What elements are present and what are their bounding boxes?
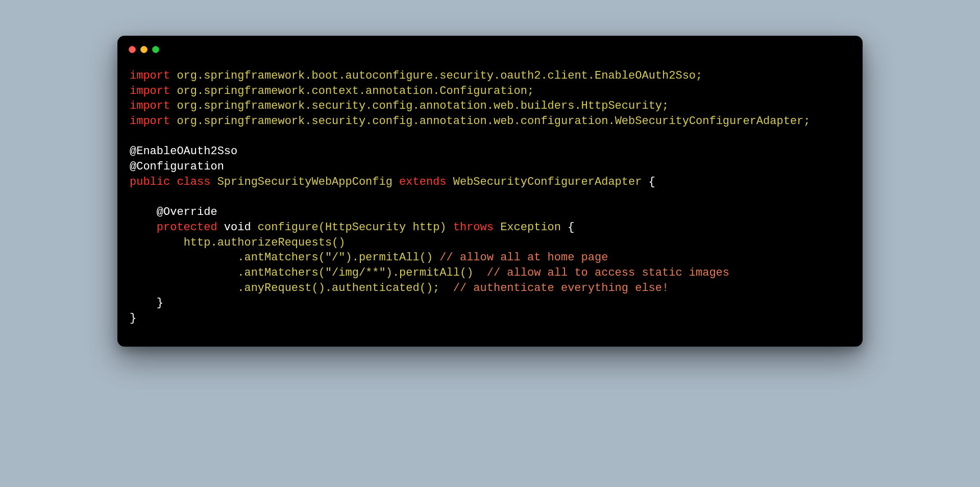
code-token: . bbox=[305, 115, 311, 128]
code-token bbox=[130, 206, 157, 218]
code-token bbox=[130, 236, 184, 249]
code-token: . bbox=[359, 85, 365, 98]
code-token: anyRequest bbox=[244, 282, 311, 295]
code-token: . bbox=[393, 266, 399, 279]
code-token: ) bbox=[439, 221, 446, 234]
code-token bbox=[251, 221, 258, 234]
code-token: antMatchers bbox=[244, 266, 318, 279]
code-token: WebSecurityConfigurerAdapter bbox=[453, 176, 642, 188]
code-token: ; bbox=[696, 69, 702, 82]
code-token bbox=[210, 176, 217, 188]
code-token: @Configuration bbox=[130, 160, 224, 173]
code-token: org bbox=[177, 100, 197, 112]
code-token: WebSecurityConfigurerAdapter bbox=[615, 115, 804, 128]
code-token bbox=[130, 266, 237, 279]
code-window: import org.springframework.boot.autoconf… bbox=[117, 36, 863, 347]
code-token: . bbox=[197, 115, 204, 128]
code-token: . bbox=[514, 115, 521, 128]
minimize-icon[interactable] bbox=[140, 46, 148, 53]
code-token: import bbox=[130, 100, 170, 112]
code-token: springframework bbox=[204, 69, 305, 82]
close-icon[interactable] bbox=[129, 46, 136, 53]
code-block: import org.springframework.boot.autoconf… bbox=[117, 57, 863, 347]
code-token: Configuration bbox=[439, 85, 527, 98]
code-token bbox=[170, 85, 177, 98]
code-token: ; bbox=[527, 85, 534, 98]
code-token: public bbox=[130, 176, 170, 188]
code-token: web bbox=[494, 100, 514, 112]
code-token: ; bbox=[662, 100, 669, 112]
code-token: org bbox=[177, 115, 197, 128]
code-token: @EnableOAuth2Sso bbox=[130, 145, 237, 158]
code-token: context bbox=[311, 85, 358, 98]
code-token: . bbox=[305, 100, 311, 112]
code-token: config bbox=[372, 100, 412, 112]
code-token: springframework bbox=[204, 85, 305, 98]
code-token: permitAll bbox=[399, 266, 460, 279]
code-token bbox=[130, 221, 157, 234]
code-token: . bbox=[433, 85, 439, 98]
code-token: () bbox=[420, 251, 433, 264]
code-token: . bbox=[487, 115, 494, 128]
code-token: // allow all to access static images bbox=[487, 266, 729, 279]
code-token: web bbox=[494, 115, 514, 128]
code-token: . bbox=[413, 115, 420, 128]
code-token: http bbox=[184, 236, 211, 249]
code-token: security bbox=[311, 115, 365, 128]
code-token: . bbox=[305, 85, 311, 98]
code-token bbox=[561, 221, 568, 234]
code-token: . bbox=[608, 115, 615, 128]
code-token: autoconfigure bbox=[346, 69, 433, 82]
code-token bbox=[447, 221, 453, 234]
code-token: http bbox=[413, 221, 440, 234]
code-token: oauth2 bbox=[500, 69, 541, 82]
code-token: "/" bbox=[325, 251, 346, 264]
code-token bbox=[170, 176, 177, 188]
code-token: ( bbox=[318, 221, 325, 234]
code-token: permitAll bbox=[359, 251, 420, 264]
code-token: . bbox=[352, 251, 359, 264]
code-token: HttpSecurity bbox=[325, 221, 406, 234]
code-token: () bbox=[460, 266, 473, 279]
code-token: ) bbox=[345, 251, 352, 264]
code-token: antMatchers bbox=[244, 251, 318, 264]
code-token: . bbox=[210, 236, 217, 249]
code-token bbox=[642, 176, 648, 188]
code-token: (); bbox=[420, 282, 440, 295]
code-token: . bbox=[494, 69, 500, 82]
code-token: . bbox=[574, 100, 581, 112]
code-token: () bbox=[332, 236, 345, 249]
code-token: extends bbox=[399, 176, 446, 188]
code-token bbox=[494, 221, 500, 234]
code-token bbox=[170, 69, 177, 82]
code-token: import bbox=[130, 115, 170, 128]
code-token: { bbox=[568, 221, 574, 234]
code-token: . bbox=[197, 85, 204, 98]
zoom-icon[interactable] bbox=[152, 46, 159, 53]
code-token: . bbox=[305, 69, 311, 82]
code-token: . bbox=[197, 100, 204, 112]
code-token: org bbox=[177, 69, 197, 82]
code-token: ; bbox=[803, 115, 810, 128]
code-token: } bbox=[130, 312, 136, 325]
code-token: security bbox=[439, 69, 494, 82]
code-token: void bbox=[224, 221, 251, 234]
code-token: { bbox=[649, 176, 655, 188]
code-token: } bbox=[130, 297, 163, 309]
code-token: . bbox=[237, 266, 244, 279]
code-token bbox=[130, 251, 237, 264]
code-token: EnableOAuth2Sso bbox=[595, 69, 696, 82]
code-token: annotation bbox=[420, 100, 487, 112]
code-token: . bbox=[514, 100, 521, 112]
code-token: class bbox=[177, 176, 210, 188]
code-token: authorizeRequests bbox=[217, 236, 332, 249]
code-token bbox=[170, 115, 177, 128]
code-token: import bbox=[130, 85, 170, 98]
code-token bbox=[439, 282, 453, 295]
code-token: SpringSecurityWebAppConfig bbox=[217, 176, 393, 188]
code-token: . bbox=[197, 69, 204, 82]
code-token bbox=[130, 282, 237, 295]
code-token bbox=[393, 176, 399, 188]
code-token: config bbox=[372, 115, 412, 128]
code-token: annotation bbox=[420, 115, 487, 128]
